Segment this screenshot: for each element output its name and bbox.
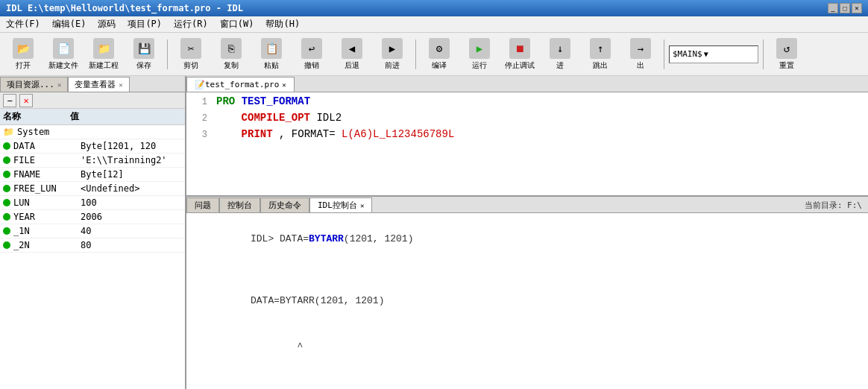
save-label: 保存 [136,60,151,71]
menu-help[interactable]: 帮助(H) [260,16,306,32]
cut-label: 剪切 [183,60,198,71]
var-name-year: YEAR [13,212,81,222]
console-line-data: DATA=BYTARR(1201, 1201) [192,278,862,324]
menu-project[interactable]: 项目(P) [122,16,168,32]
window-controls: _ □ × [828,3,862,13]
kw-testformat: TEST_FORMAT [242,95,310,107]
var-val-1n: 40 [81,226,182,236]
line-num-1: 1 [186,97,213,107]
tab-project-close-icon[interactable]: ✕ [57,81,61,89]
tab-idl-label: IDL控制台 [318,200,357,211]
var-row-1n[interactable]: _1N 40 [0,224,185,238]
tab-variable-close-icon[interactable]: ✕ [119,81,122,89]
minimize-button[interactable]: _ [828,3,838,13]
menu-file[interactable]: 文件(F) [0,16,46,32]
left-panel-tabs: 项目资源... ✕ 变量查看器 ✕ [0,76,185,92]
open-button[interactable]: 📂 打开 [4,36,42,73]
step-over-label: 出 [637,60,644,71]
tab-history-label: 历史命令 [268,200,301,211]
line-num-2: 2 [186,113,213,124]
stop-button[interactable]: ⏹ 停止调试 [501,36,538,73]
step-in-button[interactable]: ↓ 进 [541,36,579,73]
var-dot-data [3,142,10,150]
new-project-button[interactable]: 📁 新建工程 [85,36,122,73]
tab-console[interactable]: 控制台 [219,197,260,212]
editor-tab-icon: 📝 [195,80,205,89]
var-row-free-lun[interactable]: FREE_LUN <Undefined> [0,182,185,196]
tab-idl-console[interactable]: IDL控制台 ✕ [309,197,372,212]
code-editor[interactable]: 1 PRO TEST_FORMAT 2 COMPILE_OPT IDL2 3 [186,92,868,195]
menu-bar: 文件(F) 编辑(E) 源码 项目(P) 运行(R) 窗口(W) 帮助(H) [0,16,868,33]
variable-panel: − ✕ 名称 值 📁 System DATA Byte[1201, 1 [0,92,185,389]
var-row-system[interactable]: 📁 System [0,125,185,139]
paste-button[interactable]: 📋 粘贴 [253,36,290,73]
menu-source[interactable]: 源码 [92,16,122,32]
step-out-button[interactable]: ↑ 跳出 [582,36,619,73]
forward-icon: ▶ [382,38,403,59]
copy-button[interactable]: ⎘ 复制 [213,36,250,73]
var-row-lun[interactable]: LUN 100 [0,196,185,210]
var-name-lun: LUN [13,197,81,208]
forward-button[interactable]: ▶ 前进 [374,36,411,73]
var-val-year: 2006 [81,212,182,222]
menu-window[interactable]: 窗口(W) [214,16,260,32]
editor-tab-test-format[interactable]: 📝 test_format.pro ✕ [186,77,295,92]
tab-project-resources[interactable]: 项目资源... ✕ [0,77,68,92]
callstack-select[interactable]: $MAIN$ ▼ [669,45,758,63]
open-label: 打开 [16,60,31,71]
callstack-value: $MAIN$ [673,49,702,59]
var-name-file: FILE [13,155,81,165]
var-collapse-button[interactable]: − [3,94,16,107]
var-dot-year [3,213,10,221]
compile-label: 编译 [432,60,447,71]
tab-problems[interactable]: 问题 [186,197,219,212]
line-content-1: PRO TEST_FORMAT [213,95,868,107]
current-dir-label: 当前目录: F:\ [805,200,862,211]
back-label: 后退 [345,60,359,71]
tab-idl-close-icon[interactable]: ✕ [360,202,364,209]
var-delete-button[interactable]: ✕ [19,94,33,107]
back-button[interactable]: ◀ 后退 [333,36,371,73]
run-icon: ▶ [469,38,490,59]
back-icon: ◀ [342,38,362,59]
reset-button[interactable]: ↺ 重置 [768,36,805,73]
console-line-blank1 [192,262,862,278]
console-line-error: % Syntax error. [192,371,862,389]
cut-button[interactable]: ✂ 剪切 [172,36,210,73]
menu-edit[interactable]: 编辑(E) [46,16,92,32]
copy-icon: ⎘ [221,38,242,59]
var-name-1n: _1N [13,226,81,236]
separator-3 [664,39,664,69]
step-in-icon: ↓ [550,38,570,59]
stop-label: 停止调试 [505,60,535,71]
save-button[interactable]: 💾 保存 [125,36,163,73]
var-row-2n[interactable]: _2N 80 [0,238,185,253]
step-out-label: 跳出 [593,60,608,71]
menu-run[interactable]: 运行(R) [168,16,214,32]
close-button[interactable]: × [852,3,862,13]
var-row-year[interactable]: YEAR 2006 [0,210,185,224]
new-project-label: 新建工程 [89,60,119,71]
callstack-arrow-icon: ▼ [704,50,708,58]
var-row-data[interactable]: DATA Byte[1201, 120 [0,139,185,154]
line-content-3: PRINT , FORMAT= L(A6)L_L123456789L [213,128,868,140]
var-row-fname[interactable]: FNAME Byte[12] [0,168,185,182]
tab-history[interactable]: 历史命令 [260,197,309,212]
var-dot-file [3,156,10,164]
tab-variable-viewer[interactable]: 变量查看器 ✕ [68,77,129,92]
undo-button[interactable]: ↩ 撤销 [293,36,330,73]
var-val-fname: Byte[12] [81,169,182,180]
console-content[interactable]: IDL> DATA=BYTARR(1201, 1201) DATA=BYTARR… [186,213,868,389]
paste-label: 粘贴 [264,60,279,71]
compile-button[interactable]: ⚙ 编译 [421,36,458,73]
var-dot-free-lun [3,185,10,192]
folder-icon: 📁 [3,127,14,137]
run-button[interactable]: ▶ 运行 [461,36,498,73]
var-row-file[interactable]: FILE 'E:\\Trainning2' [0,154,185,168]
step-over-button[interactable]: → 出 [622,36,659,73]
console-line-caret: ^ [192,325,862,371]
new-file-button[interactable]: 📄 新建文件 [45,36,82,73]
maximize-button[interactable]: □ [840,3,850,13]
line-num-3: 3 [186,130,213,140]
editor-tab-close-icon[interactable]: ✕ [282,81,286,89]
